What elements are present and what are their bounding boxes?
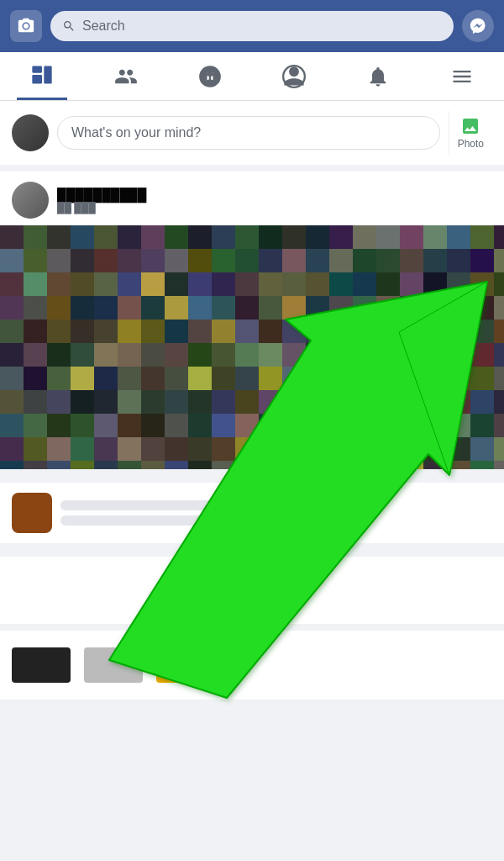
composer-placeholder: What's on your mind? [71,125,201,140]
header-bar: Search [0,0,504,52]
nav-notifications[interactable] [353,52,403,100]
color-swatches [0,631,504,700]
post-time: ██ ███ [57,202,492,214]
second-post-content [60,500,492,526]
second-post-avatar [12,493,52,533]
post-image[interactable] [0,225,504,469]
svg-point-5 [202,71,207,77]
feed-container: What's on your mind? Photo ██████████ ██… [0,101,504,700]
nav-groups[interactable] [185,52,235,100]
photo-button[interactable]: Photo [449,111,492,155]
svg-point-6 [213,71,218,77]
post-avatar [12,182,49,219]
swatch-gold [156,647,240,683]
svg-rect-2 [44,66,51,84]
camera-icon[interactable] [10,10,42,42]
feed-whitespace [0,557,504,624]
search-bar[interactable]: Search [50,11,454,41]
photo-label: Photo [458,138,484,150]
svg-rect-0 [32,66,42,73]
post-card-1: ██████████ ██ ███ [0,172,504,469]
post-header: ██████████ ██ ███ [0,172,504,225]
user-avatar [12,114,49,151]
composer-input[interactable]: What's on your mind? [57,116,440,150]
feed-separator [0,476,504,483]
swatch-gray [84,647,143,683]
post-card-2 [0,483,504,543]
post-composer: What's on your mind? Photo [0,101,504,165]
nav-profile[interactable] [269,52,319,100]
nav-bar [0,52,504,101]
messenger-button[interactable] [462,10,494,42]
search-text: Search [82,18,125,34]
feed-separator-2 [0,550,504,557]
svg-point-4 [207,71,213,77]
swatch-black [12,647,71,683]
svg-rect-1 [32,75,42,84]
nav-menu[interactable] [437,52,487,100]
nav-friends[interactable] [101,52,151,100]
post-meta: ██████████ ██ ███ [57,188,492,214]
nav-home[interactable] [17,52,67,100]
post-author: ██████████ [57,188,492,202]
